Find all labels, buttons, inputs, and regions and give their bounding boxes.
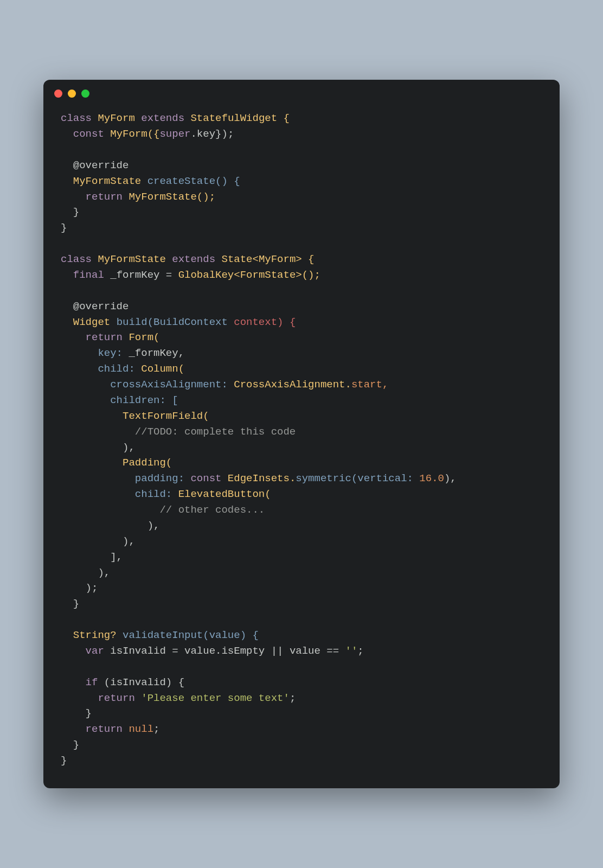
code-token: vertical: bbox=[357, 473, 419, 484]
code-token: super bbox=[159, 128, 190, 140]
code-token: ); bbox=[61, 582, 98, 594]
code-token: return bbox=[61, 723, 123, 735]
code-token: MyForm bbox=[92, 112, 141, 124]
code-token: children: [ bbox=[61, 394, 178, 406]
code-token: ; bbox=[290, 692, 296, 704]
code-token: ), bbox=[444, 473, 457, 484]
code-token: ; bbox=[357, 645, 363, 657]
code-token: TextFormField( bbox=[61, 410, 209, 422]
code-token: CrossAxisAlignment. bbox=[234, 379, 351, 391]
code-token: State<MyForm> { bbox=[215, 253, 314, 265]
code-token: //TODO: complete this code bbox=[61, 426, 296, 438]
code-token: String? bbox=[61, 629, 123, 641]
code-token: ], bbox=[61, 551, 123, 563]
code-token: child: bbox=[61, 363, 141, 375]
code-token: build(BuildContext bbox=[117, 316, 234, 328]
code-token: MyFormState bbox=[92, 253, 172, 265]
code-token: crossAxisAlignment: bbox=[61, 379, 234, 391]
code-token: GlobalKey<FormState>(); bbox=[178, 269, 320, 281]
code-token: '' bbox=[345, 645, 358, 657]
maximize-icon[interactable] bbox=[81, 90, 89, 98]
code-token: class bbox=[61, 253, 92, 265]
code-token: EdgeInsets. bbox=[221, 473, 296, 484]
code-token: .key}); bbox=[190, 128, 234, 140]
code-token: _formKey, bbox=[129, 347, 184, 359]
code-token: class bbox=[61, 112, 92, 124]
code-token: } bbox=[61, 755, 67, 767]
code-token: (isInvalid) { bbox=[98, 676, 184, 688]
code-token: } bbox=[61, 707, 92, 719]
window-titlebar bbox=[43, 80, 560, 98]
code-token: const bbox=[190, 473, 221, 484]
code-token: Form( bbox=[123, 331, 159, 343]
minimize-icon[interactable] bbox=[68, 90, 76, 98]
code-token: ), bbox=[61, 520, 159, 532]
code-token: Column( bbox=[141, 363, 184, 375]
code-token: 'Please enter some text' bbox=[135, 692, 290, 704]
code-token: null bbox=[123, 723, 153, 735]
code-token: if bbox=[61, 676, 98, 688]
code-token: } bbox=[61, 222, 67, 234]
code-token: final bbox=[61, 269, 104, 281]
code-token: ), bbox=[61, 567, 110, 579]
code-token: context) { bbox=[234, 316, 296, 328]
code-token: ), bbox=[61, 535, 135, 547]
code-token: return bbox=[61, 331, 123, 343]
code-token: 16.0 bbox=[419, 473, 444, 484]
code-token: } bbox=[61, 598, 79, 610]
code-token: @override bbox=[61, 301, 129, 312]
code-token: key: bbox=[61, 347, 129, 359]
code-token: MyFormState(); bbox=[123, 191, 215, 203]
code-token: @override bbox=[61, 159, 129, 171]
code-token: StatefulWidget { bbox=[184, 112, 290, 124]
code-token: } bbox=[61, 739, 79, 751]
code-token: Padding( bbox=[61, 457, 172, 469]
code-token: const bbox=[61, 128, 104, 140]
code-token: extends bbox=[172, 253, 215, 265]
code-token: return bbox=[61, 692, 135, 704]
code-token: Widget bbox=[61, 316, 117, 328]
code-token: padding: bbox=[61, 473, 190, 484]
code-window: class MyForm extends StatefulWidget { co… bbox=[43, 80, 560, 788]
code-token: start, bbox=[351, 379, 388, 391]
code-token: createState() { bbox=[147, 175, 240, 187]
code-token: child: bbox=[61, 488, 178, 500]
code-token: _formKey = bbox=[104, 269, 178, 281]
code-token: return bbox=[61, 191, 123, 203]
code-token: ; bbox=[153, 723, 159, 735]
close-icon[interactable] bbox=[54, 90, 62, 98]
code-token: MyFormState bbox=[61, 175, 147, 187]
code-token: ElevatedButton( bbox=[178, 488, 271, 500]
code-token: } bbox=[61, 206, 79, 218]
code-content: class MyForm extends StatefulWidget { co… bbox=[43, 98, 560, 788]
code-token: ), bbox=[61, 442, 135, 454]
code-token: var bbox=[61, 645, 104, 657]
code-token: isInvalid = value.isEmpty || value == bbox=[104, 645, 345, 657]
code-token: validateInput(value) { bbox=[123, 629, 259, 641]
code-token: extends bbox=[141, 112, 184, 124]
code-token: // other codes... bbox=[61, 504, 265, 516]
code-token: symmetric( bbox=[296, 473, 357, 484]
code-token: MyForm({ bbox=[104, 128, 160, 140]
